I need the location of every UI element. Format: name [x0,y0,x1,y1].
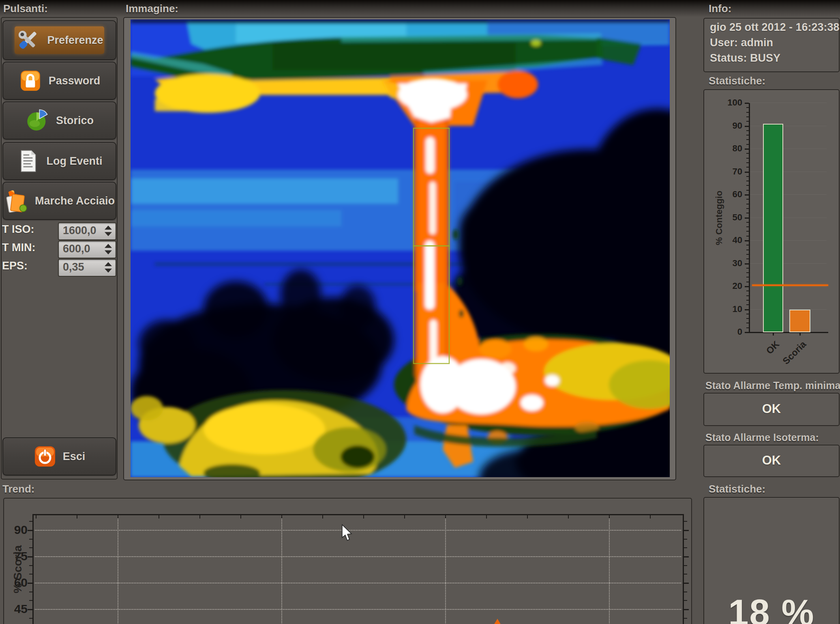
v-gridline [281,516,282,624]
spin-up-icon[interactable] [105,262,112,266]
esci-label: Esci [63,450,86,463]
y-minor-tick [29,547,32,548]
thermal-image-container [131,19,670,477]
alarm-temp-minima-status-box: OK [703,393,840,426]
preferenze-button[interactable]: Preferenze [2,20,116,60]
t-min-field[interactable]: 600,0 [58,241,116,258]
y-tick [28,609,32,610]
x-tick-label: OK [750,339,782,370]
marche-acciaio-label: Marche Acciaio [35,195,115,207]
y-minor-tick [746,208,749,209]
trend-title: Trend: [2,483,34,495]
x-minor-tick [77,515,77,519]
h-gridline [35,609,681,610]
y-minor-tick [746,268,749,269]
y-minor-tick [29,521,32,522]
t-iso-field[interactable]: 1600,0 [58,222,116,240]
alarm-isoterma-label: Stato Allarme Isoterma: [705,432,819,443]
x-tick [799,332,801,336]
log-eventi-button[interactable]: Log Eventi [2,142,116,180]
v-gridline [609,516,610,624]
spin-down-icon[interactable] [105,232,112,236]
y-minor-tick [746,121,749,122]
y-tick [745,286,749,287]
info-user: User: admin [710,37,773,49]
y-minor-tick [746,181,749,181]
x-minor-tick [118,515,118,519]
v-gridline [118,516,118,624]
y-tick [745,332,749,333]
y-minor-tick [746,222,749,223]
esci-button[interactable]: Esci [2,437,116,476]
x-minor-tick [404,515,405,519]
y-minor-tick [746,300,749,301]
steel-cards-icon [4,189,28,213]
y-minor-tick [29,539,32,540]
x-minor-tick [527,515,528,519]
t-min-spinner[interactable] [105,243,112,255]
eps-spinner[interactable] [105,262,112,273]
top-axis [32,514,684,515]
y-tick-label: 70 [716,166,742,177]
conteggio-chart-box: 0102030405060708090100OKScoria% Conteggi… [703,89,840,374]
preferenze-label: Preferenze [47,34,103,47]
spin-up-icon[interactable] [105,244,112,248]
x-minor-tick [199,515,200,519]
info-panel-title: Info: [709,2,731,15]
y-minor-tick-right [684,521,687,522]
y-minor-tick [746,213,749,213]
y-tick [745,309,749,310]
password-button[interactable]: Password [2,62,116,100]
x-tick [773,332,774,336]
trend-chart-box: 90756045% Scoria [3,498,692,624]
log-eventi-label: Log Eventi [46,155,102,168]
y-minor-tick [29,618,32,619]
y-minor-tick [746,304,749,305]
y-minor-tick [746,185,749,186]
t-iso-value: 1600,0 [63,224,96,237]
x-minor-tick [650,515,651,519]
y-tick-right [684,530,689,531]
y-tick [745,103,749,104]
y-tick-right [684,583,689,584]
spin-down-icon[interactable] [105,250,112,254]
sidebar-title: Pulsanti: [3,2,48,15]
y-minor-tick [746,290,749,291]
marche-acciaio-button[interactable]: Marche Acciaio [2,182,116,220]
scoria-percentage-value: 18 % [704,592,839,624]
y-minor-tick [746,153,749,154]
alarm-isoterma-value: OK [704,453,839,468]
y-minor-tick [746,236,749,237]
y-tick-right [684,556,689,557]
threshold-line [752,284,828,286]
left-axis [32,514,34,624]
t-iso-spinner[interactable] [105,225,112,237]
info-box: gio 25 ott 2012 - 16:23:38 User: admin S… [703,18,840,72]
y-tick-label: 20 [716,281,742,291]
storico-button[interactable]: Storico [2,101,116,140]
y-tick [745,126,749,127]
bar-ok [763,124,783,332]
h-gridline [35,556,681,557]
t-min-value: 600,0 [63,243,90,255]
x-minor-tick [445,515,446,519]
y-minor-tick [746,190,749,191]
y-minor-tick [746,323,749,323]
y-minor-tick [746,204,749,204]
spin-up-icon[interactable] [105,226,112,230]
y-tick [28,583,32,584]
y-tick [745,194,749,196]
spin-down-icon[interactable] [105,269,112,273]
y-minor-tick [29,565,32,566]
y-minor-tick-right [684,618,687,619]
x-minor-tick [159,515,159,519]
t-min-label: T MIN: [2,241,35,254]
y-minor-tick [746,139,749,140]
y-tick [745,263,749,265]
y-minor-tick [746,245,749,245]
thermal-image [131,19,670,477]
eps-field[interactable]: 0,35 [58,259,116,277]
alarm-temp-minima-value: OK [704,402,839,416]
y-tick-right [684,609,689,610]
y-minor-tick [746,272,749,273]
